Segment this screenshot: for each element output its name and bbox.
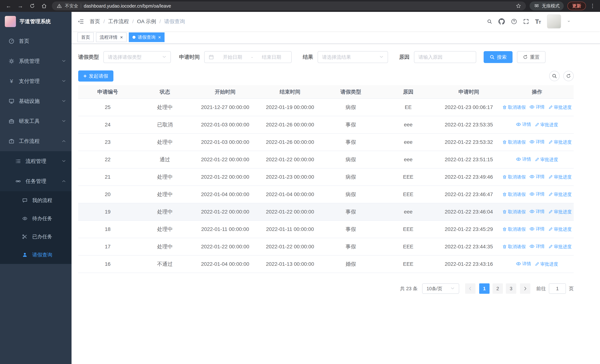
reset-button[interactable]: 重置 <box>517 51 545 63</box>
avatar-caret-icon[interactable] <box>567 20 571 23</box>
table-row[interactable]: 24已取消2022-01-03 00:00:002022-01-26 00:00… <box>78 116 574 133</box>
tab-close-icon[interactable]: × <box>120 35 123 40</box>
row-action-cancel[interactable]: 取消请假 <box>502 174 526 180</box>
row-action-progress[interactable]: 审批进度 <box>535 122 558 128</box>
row-action-cancel[interactable]: 取消请假 <box>502 226 526 232</box>
back-icon[interactable]: ← <box>4 2 13 10</box>
breadcrumb-item[interactable]: 工作流程 <box>108 18 129 25</box>
page-button-3[interactable]: 3 <box>506 283 516 294</box>
table-row[interactable]: 19处理中2022-01-22 00:00:002022-01-22 00:00… <box>78 203 574 221</box>
next-page-button[interactable] <box>520 283 530 294</box>
leave-type-select[interactable]: 请选择请假类型 <box>103 51 171 63</box>
row-action-progress[interactable]: 审批进度 <box>548 244 572 250</box>
row-action-label: 取消请假 <box>508 244 526 250</box>
help-icon[interactable] <box>511 19 517 24</box>
goto-page-input[interactable] <box>549 283 566 294</box>
row-action-detail[interactable]: 详情 <box>529 226 544 232</box>
row-action-detail[interactable]: 详情 <box>516 156 531 162</box>
sidebar-item-payment[interactable]: ¥支付管理 <box>0 71 72 91</box>
row-action-detail[interactable]: 详情 <box>529 243 544 249</box>
tab-process-detail[interactable]: 流程详情× <box>96 32 127 42</box>
sidebar-item-done-tasks[interactable]: 已办任务 <box>0 228 72 246</box>
table-row[interactable]: 18处理中2022-01-11 00:00:002022-01-11 00:00… <box>78 221 574 238</box>
page-size-select[interactable]: 10条/页 <box>422 283 459 294</box>
github-icon[interactable] <box>498 18 505 25</box>
sidebar-item-home[interactable]: 首页 <box>0 31 72 51</box>
row-action-progress[interactable]: 审批进度 <box>548 226 572 232</box>
row-action-label: 审批进度 <box>554 174 572 180</box>
row-action-detail[interactable]: 详情 <box>529 174 544 180</box>
row-action-detail[interactable]: 详情 <box>529 208 544 215</box>
row-action-progress[interactable]: 审批进度 <box>535 157 558 163</box>
app-logo[interactable]: 芋道管理系统 <box>0 12 72 31</box>
prev-page-button[interactable] <box>465 283 476 294</box>
home-icon[interactable] <box>40 2 48 10</box>
cell-reason: EEE <box>379 168 437 186</box>
sidebar-item-workflow[interactable]: 工作流程 <box>0 131 72 151</box>
toggle-search-button[interactable] <box>549 71 560 81</box>
sidebar-item-system[interactable]: 系统管理 <box>0 51 72 71</box>
create-leave-button[interactable]: + 发起请假 <box>78 70 113 82</box>
url-bar[interactable]: 不安全 dashboard.yudao.iocoder.cn/bpm/oa/le… <box>52 1 526 10</box>
row-action-progress[interactable]: 审批进度 <box>548 209 572 215</box>
dashboard-icon <box>7 38 16 44</box>
table-row[interactable]: 16不通过2022-01-04 00:00:002022-01-13 00:00… <box>78 255 574 273</box>
row-action-cancel[interactable]: 取消请假 <box>502 244 526 250</box>
table-row[interactable]: 25处理中2021-12-27 00:00:002022-01-19 00:00… <box>78 99 574 116</box>
forward-icon[interactable]: → <box>16 2 24 10</box>
sidebar-item-todo-tasks[interactable]: 待办任务 <box>0 209 72 228</box>
fullscreen-icon[interactable] <box>523 19 529 24</box>
browser-update-button[interactable]: 更新 <box>567 2 586 10</box>
sidebar-item-leave-query[interactable]: 请假查询 <box>0 246 72 264</box>
result-select[interactable]: 请选择流结果 <box>318 51 388 63</box>
breadcrumb-item[interactable]: OA 示例 <box>137 18 156 25</box>
table-row[interactable]: 22通过2022-01-22 00:00:002022-01-22 00:00:… <box>78 151 574 168</box>
apply-time-range-picker[interactable]: 开始日期 - 结束日期 <box>204 51 292 63</box>
sidebar-toggle-icon[interactable] <box>77 19 84 24</box>
table-row[interactable]: 23处理中2022-01-03 00:00:002022-01-26 00:00… <box>78 133 574 151</box>
font-size-icon[interactable]: TT <box>535 18 541 25</box>
sidebar-item-dev-tools[interactable]: 研发工具 <box>0 111 72 131</box>
row-action-progress[interactable]: 审批进度 <box>548 139 572 145</box>
bookmark-star-icon[interactable] <box>516 2 521 10</box>
page-button-2[interactable]: 2 <box>493 283 503 294</box>
row-action-cancel[interactable]: 取消请假 <box>502 209 526 215</box>
cell-status: 处理中 <box>137 238 193 255</box>
cell-operations: 取消请假详情审批进度 <box>500 203 574 221</box>
row-action-detail[interactable]: 详情 <box>529 139 544 145</box>
row-action-detail[interactable]: 详情 <box>529 191 544 197</box>
row-action-progress[interactable]: 审批进度 <box>548 104 572 110</box>
row-action-label: 取消请假 <box>508 174 526 180</box>
row-action-cancel[interactable]: 取消请假 <box>502 139 526 145</box>
sidebar-item-my-process[interactable]: 我的流程 <box>0 191 72 209</box>
row-action-progress[interactable]: 审批进度 <box>548 174 572 180</box>
row-action-cancel[interactable]: 取消请假 <box>502 191 526 197</box>
reason-input[interactable] <box>414 51 476 63</box>
page-button-1[interactable]: 1 <box>479 283 489 294</box>
table-row[interactable]: 17处理中2022-01-22 00:00:002022-01-22 00:00… <box>78 238 574 255</box>
tab-home[interactable]: 首页 <box>77 32 94 42</box>
tab-leave-query[interactable]: 请假查询× <box>129 32 165 42</box>
url-text[interactable]: dashboard.yudao.iocoder.cn/bpm/oa/leave <box>84 3 171 9</box>
sidebar-item-infrastructure[interactable]: 基础设施 <box>0 91 72 111</box>
table-refresh-button[interactable] <box>563 71 574 81</box>
search-button[interactable]: 搜索 <box>484 51 513 63</box>
row-action-cancel[interactable]: 取消请假 <box>502 104 526 110</box>
row-action-detail[interactable]: 详情 <box>529 104 544 110</box>
cell-end-time: 2022-01-13 00:00:00 <box>258 255 322 273</box>
row-action-detail[interactable]: 详情 <box>516 261 531 267</box>
sidebar-item-process-mgmt[interactable]: 流程管理 <box>0 151 72 171</box>
tab-close-icon[interactable]: × <box>158 35 161 40</box>
sidebar-item-task-mgmt[interactable]: 任务管理 <box>0 171 72 191</box>
row-action-detail[interactable]: 详情 <box>516 121 531 127</box>
breadcrumb-separator: / <box>159 19 161 24</box>
table-row[interactable]: 20处理中2022-01-04 00:00:002022-01-04 00:00… <box>78 186 574 203</box>
browser-menu-icon[interactable]: ⋮ <box>590 3 596 9</box>
row-action-progress[interactable]: 审批进度 <box>535 261 558 267</box>
breadcrumb-item[interactable]: 首页 <box>90 18 100 25</box>
header-search-icon[interactable] <box>487 19 492 24</box>
reload-icon[interactable] <box>28 2 36 10</box>
table-row[interactable]: 21处理中2022-01-22 00:00:002022-01-23 00:00… <box>78 168 574 186</box>
user-avatar[interactable] <box>547 14 561 28</box>
row-action-progress[interactable]: 审批进度 <box>548 191 572 197</box>
